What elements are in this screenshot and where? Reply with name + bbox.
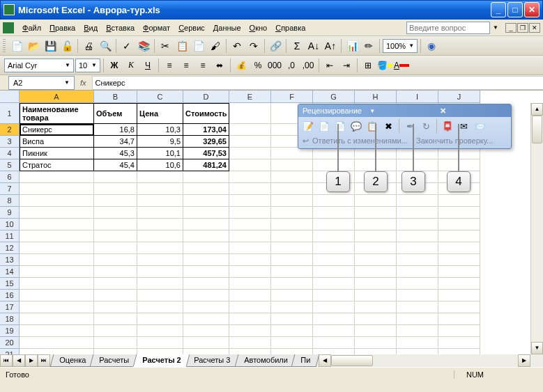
cell-H8[interactable] xyxy=(355,195,397,207)
sort-desc-icon[interactable]: A↑ xyxy=(323,38,338,54)
cell-B10[interactable] xyxy=(94,219,137,230)
cell-I16[interactable] xyxy=(397,290,438,301)
cell-B2[interactable]: 16,8 xyxy=(94,124,137,136)
cell-I17[interactable] xyxy=(397,301,438,313)
cell-F20[interactable] xyxy=(271,337,313,349)
increase-decimal-icon[interactable]: ,0 xyxy=(284,58,299,73)
row-header-16[interactable]: 16 xyxy=(0,290,20,301)
menu-окно[interactable]: Окно xyxy=(245,22,272,33)
row-header-20[interactable]: 20 xyxy=(0,337,20,349)
cell-B13[interactable] xyxy=(94,254,137,266)
cell-G20[interactable] xyxy=(313,337,355,349)
cell-E8[interactable] xyxy=(229,195,271,207)
cell-J9[interactable] xyxy=(438,207,480,219)
cell-J18[interactable] xyxy=(438,313,480,325)
cell-C14[interactable] xyxy=(137,266,183,278)
cell-A5[interactable]: Стратос xyxy=(20,159,94,171)
cut-icon[interactable]: ✂ xyxy=(158,38,173,54)
comma-icon[interactable]: 000 xyxy=(267,58,282,73)
show-comment-icon[interactable]: 💬 xyxy=(349,119,363,133)
cell-B6[interactable] xyxy=(94,171,137,183)
cell-H12[interactable] xyxy=(355,242,397,254)
cell-D16[interactable] xyxy=(183,290,229,301)
next-comment-icon[interactable]: 📄 xyxy=(333,119,347,133)
cell-A6[interactable] xyxy=(20,171,94,183)
row-header-3[interactable]: 3 xyxy=(0,136,20,148)
cell-A17[interactable] xyxy=(20,301,94,313)
cell-B3[interactable]: 34,7 xyxy=(94,136,137,148)
show-all-icon[interactable]: 📋 xyxy=(365,119,379,133)
cell-A14[interactable] xyxy=(20,266,94,278)
col-header-B[interactable]: B xyxy=(94,91,137,103)
decrease-decimal-icon[interactable]: ,00 xyxy=(300,58,316,73)
cell-A16[interactable] xyxy=(20,290,94,301)
cell-B14[interactable] xyxy=(94,266,137,278)
cell-C10[interactable] xyxy=(137,219,183,230)
row-header-12[interactable]: 12 xyxy=(0,242,20,254)
cell-A8[interactable] xyxy=(20,195,94,207)
cell-I9[interactable] xyxy=(397,207,438,219)
cell-F5[interactable] xyxy=(271,159,313,171)
copy-icon[interactable]: 📋 xyxy=(174,38,190,54)
cell-D12[interactable] xyxy=(183,242,229,254)
cell-C4[interactable]: 10,1 xyxy=(137,148,183,159)
cell-D8[interactable] xyxy=(183,195,229,207)
save-icon[interactable]: 💾 xyxy=(43,38,58,54)
increase-indent-icon[interactable]: ⇥ xyxy=(339,58,354,73)
cell-C11[interactable] xyxy=(137,230,183,242)
cell-J8[interactable] xyxy=(438,195,480,207)
cell-D15[interactable] xyxy=(183,278,229,290)
help-icon[interactable]: ◉ xyxy=(424,38,439,54)
cell-G14[interactable] xyxy=(313,266,355,278)
cell-B18[interactable] xyxy=(94,313,137,325)
cell-I20[interactable] xyxy=(397,337,438,349)
name-box[interactable]: A2▼ xyxy=(8,76,75,90)
cell-I15[interactable] xyxy=(397,278,438,290)
cell-H10[interactable] xyxy=(355,219,397,230)
menu-данные[interactable]: Данные xyxy=(209,22,245,33)
tab-next[interactable]: ▶ xyxy=(25,354,38,367)
cell-B12[interactable] xyxy=(94,242,137,254)
track-changes-icon[interactable]: ↻ xyxy=(419,119,433,133)
menu-вставка[interactable]: Вставка xyxy=(102,22,139,33)
tab-prev[interactable]: ◀ xyxy=(13,354,25,367)
cell-E12[interactable] xyxy=(229,242,271,254)
cell-C19[interactable] xyxy=(137,325,183,337)
cell-E14[interactable] xyxy=(229,266,271,278)
cell-C3[interactable]: 9,5 xyxy=(137,136,183,148)
paste-icon[interactable]: 📄 xyxy=(191,38,206,54)
cell-G16[interactable] xyxy=(313,290,355,301)
align-center-icon[interactable]: ≡ xyxy=(178,58,194,73)
col-header-J[interactable]: J xyxy=(438,91,480,103)
cell-E6[interactable] xyxy=(229,171,271,183)
cell-I14[interactable] xyxy=(397,266,438,278)
sheet-tab-2[interactable]: Расчеты 2 xyxy=(133,354,190,367)
cell-E5[interactable] xyxy=(229,159,271,171)
help-search[interactable] xyxy=(406,22,490,34)
cell-D7[interactable] xyxy=(183,183,229,195)
menu-файл[interactable]: Файл xyxy=(18,22,45,33)
cell-J19[interactable] xyxy=(438,325,480,337)
cell-C2[interactable]: 10,3 xyxy=(137,124,183,136)
cell-I19[interactable] xyxy=(397,325,438,337)
select-all-corner[interactable] xyxy=(0,91,20,103)
cell-F6[interactable] xyxy=(271,171,313,183)
decrease-indent-icon[interactable]: ⇤ xyxy=(322,58,337,73)
cell-D20[interactable] xyxy=(183,337,229,349)
cell-F4[interactable] xyxy=(271,148,313,159)
cell-A13[interactable] xyxy=(20,254,94,266)
col-header-F[interactable]: F xyxy=(271,91,313,103)
cell-C16[interactable] xyxy=(137,290,183,301)
cell-G19[interactable] xyxy=(313,325,355,337)
cell-C12[interactable] xyxy=(137,242,183,254)
cell-C8[interactable] xyxy=(137,195,183,207)
cell-F9[interactable] xyxy=(271,207,313,219)
borders-icon[interactable]: ⊞ xyxy=(360,58,376,73)
cell-D2[interactable]: 173,04 xyxy=(183,124,229,136)
cell-D19[interactable] xyxy=(183,325,229,337)
cell-E16[interactable] xyxy=(229,290,271,301)
sheet-tab-0[interactable]: Оценка xyxy=(50,354,95,367)
cell-A19[interactable] xyxy=(20,325,94,337)
row-header-7[interactable]: 7 xyxy=(0,183,20,195)
cell-C13[interactable] xyxy=(137,254,183,266)
